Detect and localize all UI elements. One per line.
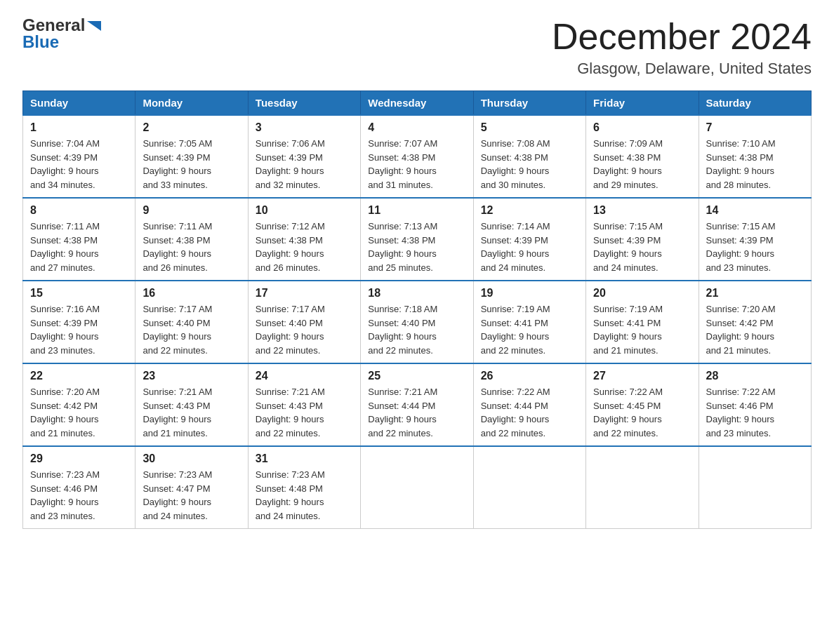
day-info: Sunrise: 7:21 AMSunset: 4:43 PMDaylight:… — [143, 385, 240, 440]
day-info: Sunrise: 7:10 AMSunset: 4:38 PMDaylight:… — [706, 137, 804, 192]
day-number: 13 — [593, 204, 691, 217]
day-info: Sunrise: 7:18 AMSunset: 4:40 PMDaylight:… — [368, 302, 465, 357]
day-number: 16 — [143, 287, 240, 300]
day-number: 22 — [30, 370, 128, 382]
day-info: Sunrise: 7:22 AMSunset: 4:44 PMDaylight:… — [481, 385, 578, 440]
calendar-cell: 25Sunrise: 7:21 AMSunset: 4:44 PMDayligh… — [361, 363, 473, 446]
month-title: December 2024 — [552, 17, 812, 57]
logo: General Blue — [22, 17, 101, 51]
calendar-cell: 12Sunrise: 7:14 AMSunset: 4:39 PMDayligh… — [473, 198, 585, 281]
calendar-cell — [699, 446, 811, 529]
day-info: Sunrise: 7:22 AMSunset: 4:45 PMDaylight:… — [593, 385, 691, 440]
week-row-5: 29Sunrise: 7:23 AMSunset: 4:46 PMDayligh… — [23, 446, 812, 529]
day-info: Sunrise: 7:08 AMSunset: 4:38 PMDaylight:… — [481, 137, 578, 192]
day-number: 25 — [368, 370, 465, 382]
calendar-cell: 9Sunrise: 7:11 AMSunset: 4:38 PMDaylight… — [135, 198, 248, 281]
calendar-cell: 28Sunrise: 7:22 AMSunset: 4:46 PMDayligh… — [699, 363, 811, 446]
day-number: 18 — [368, 287, 465, 300]
calendar-cell: 7Sunrise: 7:10 AMSunset: 4:38 PMDaylight… — [699, 115, 811, 198]
calendar-cell: 13Sunrise: 7:15 AMSunset: 4:39 PMDayligh… — [586, 198, 699, 281]
day-info: Sunrise: 7:06 AMSunset: 4:39 PMDaylight:… — [256, 137, 353, 192]
calendar-cell — [586, 446, 699, 529]
day-number: 8 — [30, 204, 128, 217]
logo-blue-text: Blue — [22, 32, 59, 51]
col-sunday: Sunday — [23, 91, 135, 116]
header-row: Sunday Monday Tuesday Wednesday Thursday… — [23, 91, 812, 116]
calendar-cell: 16Sunrise: 7:17 AMSunset: 4:40 PMDayligh… — [135, 281, 248, 363]
day-number: 20 — [593, 287, 691, 300]
day-info: Sunrise: 7:21 AMSunset: 4:43 PMDaylight:… — [256, 385, 353, 440]
day-number: 29 — [30, 452, 128, 465]
calendar-cell: 31Sunrise: 7:23 AMSunset: 4:48 PMDayligh… — [248, 446, 360, 529]
calendar-cell: 19Sunrise: 7:19 AMSunset: 4:41 PMDayligh… — [473, 281, 585, 363]
day-number: 6 — [593, 121, 691, 134]
calendar-cell: 8Sunrise: 7:11 AMSunset: 4:38 PMDaylight… — [23, 198, 135, 281]
day-number: 4 — [368, 121, 465, 134]
calendar-cell: 4Sunrise: 7:07 AMSunset: 4:38 PMDaylight… — [361, 115, 473, 198]
logo-general-text: General — [22, 17, 85, 34]
calendar-cell: 24Sunrise: 7:21 AMSunset: 4:43 PMDayligh… — [248, 363, 360, 446]
calendar-cell: 27Sunrise: 7:22 AMSunset: 4:45 PMDayligh… — [586, 363, 699, 446]
day-info: Sunrise: 7:14 AMSunset: 4:39 PMDaylight:… — [481, 220, 578, 274]
title-area: December 2024 Glasgow, Delaware, United … — [552, 17, 812, 78]
day-info: Sunrise: 7:15 AMSunset: 4:39 PMDaylight:… — [593, 220, 691, 274]
calendar-cell: 1Sunrise: 7:04 AMSunset: 4:39 PMDaylight… — [23, 115, 135, 198]
day-info: Sunrise: 7:09 AMSunset: 4:38 PMDaylight:… — [593, 137, 691, 192]
day-info: Sunrise: 7:23 AMSunset: 4:47 PMDaylight:… — [143, 468, 240, 523]
day-info: Sunrise: 7:21 AMSunset: 4:44 PMDaylight:… — [368, 385, 465, 440]
col-monday: Monday — [135, 91, 248, 116]
day-number: 2 — [143, 121, 240, 134]
day-info: Sunrise: 7:17 AMSunset: 4:40 PMDaylight:… — [256, 302, 353, 357]
week-row-2: 8Sunrise: 7:11 AMSunset: 4:38 PMDaylight… — [23, 198, 812, 281]
calendar-table: Sunday Monday Tuesday Wednesday Thursday… — [22, 90, 812, 529]
calendar-cell — [473, 446, 585, 529]
week-row-4: 22Sunrise: 7:20 AMSunset: 4:42 PMDayligh… — [23, 363, 812, 446]
calendar-cell: 14Sunrise: 7:15 AMSunset: 4:39 PMDayligh… — [699, 198, 811, 281]
day-number: 12 — [481, 204, 578, 217]
calendar-cell: 22Sunrise: 7:20 AMSunset: 4:42 PMDayligh… — [23, 363, 135, 446]
calendar-cell: 10Sunrise: 7:12 AMSunset: 4:38 PMDayligh… — [248, 198, 360, 281]
calendar-cell — [361, 446, 473, 529]
calendar-cell: 30Sunrise: 7:23 AMSunset: 4:47 PMDayligh… — [135, 446, 248, 529]
calendar-cell: 20Sunrise: 7:19 AMSunset: 4:41 PMDayligh… — [586, 281, 699, 363]
day-number: 5 — [481, 121, 578, 134]
calendar-cell: 29Sunrise: 7:23 AMSunset: 4:46 PMDayligh… — [23, 446, 135, 529]
day-number: 1 — [30, 121, 128, 134]
day-info: Sunrise: 7:22 AMSunset: 4:46 PMDaylight:… — [706, 385, 804, 440]
day-info: Sunrise: 7:19 AMSunset: 4:41 PMDaylight:… — [593, 302, 691, 357]
calendar-cell: 5Sunrise: 7:08 AMSunset: 4:38 PMDaylight… — [473, 115, 585, 198]
col-saturday: Saturday — [699, 91, 811, 116]
col-wednesday: Wednesday — [361, 91, 473, 116]
calendar-cell: 21Sunrise: 7:20 AMSunset: 4:42 PMDayligh… — [699, 281, 811, 363]
day-number: 31 — [256, 452, 353, 465]
day-info: Sunrise: 7:23 AMSunset: 4:46 PMDaylight:… — [30, 468, 128, 523]
calendar-cell: 3Sunrise: 7:06 AMSunset: 4:39 PMDaylight… — [248, 115, 360, 198]
col-tuesday: Tuesday — [248, 91, 360, 116]
calendar-cell: 17Sunrise: 7:17 AMSunset: 4:40 PMDayligh… — [248, 281, 360, 363]
calendar-cell: 18Sunrise: 7:18 AMSunset: 4:40 PMDayligh… — [361, 281, 473, 363]
week-row-1: 1Sunrise: 7:04 AMSunset: 4:39 PMDaylight… — [23, 115, 812, 198]
col-thursday: Thursday — [473, 91, 585, 116]
calendar-cell: 11Sunrise: 7:13 AMSunset: 4:38 PMDayligh… — [361, 198, 473, 281]
day-number: 15 — [30, 287, 128, 300]
day-number: 14 — [706, 204, 804, 217]
day-info: Sunrise: 7:15 AMSunset: 4:39 PMDaylight:… — [706, 220, 804, 274]
week-row-3: 15Sunrise: 7:16 AMSunset: 4:39 PMDayligh… — [23, 281, 812, 363]
day-info: Sunrise: 7:19 AMSunset: 4:41 PMDaylight:… — [481, 302, 578, 357]
svg-marker-0 — [87, 21, 101, 31]
day-number: 23 — [143, 370, 240, 382]
day-info: Sunrise: 7:20 AMSunset: 4:42 PMDaylight:… — [30, 385, 128, 440]
day-number: 21 — [706, 287, 804, 300]
day-number: 30 — [143, 452, 240, 465]
day-number: 27 — [593, 370, 691, 382]
page-header: General Blue December 2024 Glasgow, Dela… — [22, 17, 812, 78]
location-title: Glasgow, Delaware, United States — [552, 60, 812, 78]
calendar-cell: 15Sunrise: 7:16 AMSunset: 4:39 PMDayligh… — [23, 281, 135, 363]
day-info: Sunrise: 7:05 AMSunset: 4:39 PMDaylight:… — [143, 137, 240, 192]
day-number: 19 — [481, 287, 578, 300]
day-number: 24 — [256, 370, 353, 382]
day-number: 7 — [706, 121, 804, 134]
day-info: Sunrise: 7:16 AMSunset: 4:39 PMDaylight:… — [30, 302, 128, 357]
day-info: Sunrise: 7:20 AMSunset: 4:42 PMDaylight:… — [706, 302, 804, 357]
day-info: Sunrise: 7:07 AMSunset: 4:38 PMDaylight:… — [368, 137, 465, 192]
